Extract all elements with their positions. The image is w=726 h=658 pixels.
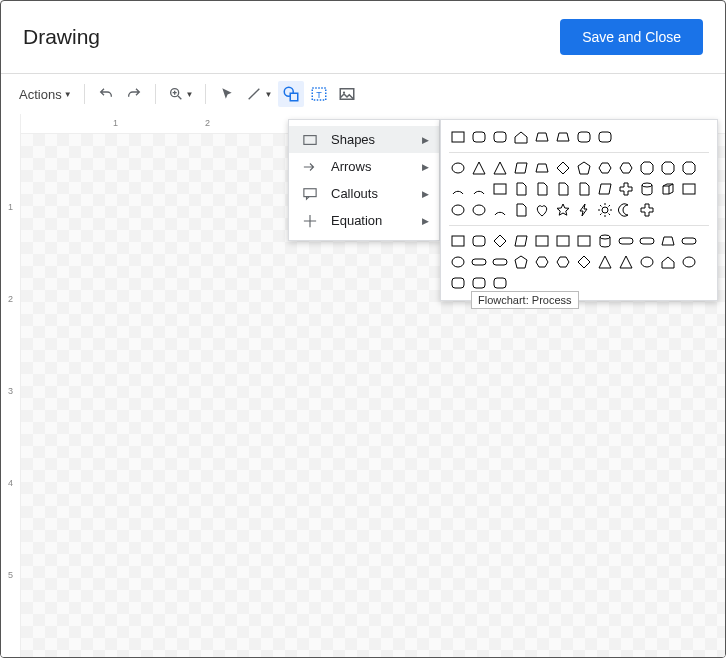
shape-option[interactable] — [554, 159, 572, 177]
shape-option[interactable] — [533, 128, 551, 146]
menu-item-equation[interactable]: Equation ▶ — [289, 207, 439, 234]
shape-option[interactable] — [533, 253, 551, 271]
shape-option[interactable] — [575, 201, 593, 219]
shape-option[interactable] — [596, 159, 614, 177]
shape-option[interactable] — [470, 274, 488, 292]
select-tool-button[interactable] — [214, 81, 240, 107]
shape-option[interactable] — [491, 232, 509, 250]
shape-option[interactable] — [491, 274, 509, 292]
shape-option[interactable] — [533, 232, 551, 250]
shape-option[interactable] — [596, 180, 614, 198]
svg-line-4 — [249, 89, 260, 100]
shape-option[interactable] — [512, 253, 530, 271]
shape-option[interactable] — [596, 128, 614, 146]
shape-option[interactable] — [554, 232, 572, 250]
shape-option[interactable] — [512, 180, 530, 198]
shape-option[interactable] — [512, 128, 530, 146]
shape-option[interactable] — [470, 201, 488, 219]
svg-rect-27 — [536, 236, 548, 246]
redo-button[interactable] — [121, 81, 147, 107]
shape-option[interactable] — [533, 201, 551, 219]
shape-option[interactable] — [533, 159, 551, 177]
shape-option[interactable] — [659, 253, 677, 271]
shape-option[interactable] — [491, 128, 509, 146]
shape-option[interactable] — [596, 253, 614, 271]
svg-point-20 — [642, 183, 652, 187]
ruler-tick: 5 — [1, 570, 20, 580]
shape-option[interactable] — [680, 180, 698, 198]
shape-option[interactable] — [533, 180, 551, 198]
shape-option[interactable] — [575, 253, 593, 271]
shape-option[interactable] — [638, 180, 656, 198]
redo-icon — [126, 86, 142, 102]
svg-rect-35 — [472, 259, 486, 265]
shape-option[interactable] — [596, 201, 614, 219]
shape-option[interactable] — [449, 159, 467, 177]
shape-option[interactable] — [491, 180, 509, 198]
menu-item-arrows[interactable]: Arrows ▶ — [289, 153, 439, 180]
shape-option[interactable] — [659, 180, 677, 198]
shape-option[interactable] — [617, 201, 635, 219]
shape-option[interactable] — [449, 128, 467, 146]
shape-tool-button[interactable] — [278, 81, 304, 107]
shape-option[interactable] — [470, 253, 488, 271]
shape-option[interactable] — [617, 232, 635, 250]
shape-option[interactable] — [617, 180, 635, 198]
undo-button[interactable] — [93, 81, 119, 107]
shape-option[interactable] — [575, 128, 593, 146]
shape-option[interactable] — [491, 201, 509, 219]
shape-option[interactable] — [470, 159, 488, 177]
menu-item-shapes[interactable]: Shapes ▶ — [289, 126, 439, 153]
svg-point-37 — [641, 257, 653, 267]
shape-option[interactable] — [470, 232, 488, 250]
shape-option[interactable] — [449, 201, 467, 219]
shape-option[interactable] — [449, 274, 467, 292]
line-tool-button[interactable]: ▼ — [242, 81, 276, 107]
shape-option[interactable] — [449, 253, 467, 271]
shape-option[interactable] — [491, 253, 509, 271]
shape-option[interactable] — [680, 159, 698, 177]
shape-option[interactable] — [449, 180, 467, 198]
shape-option[interactable] — [617, 159, 635, 177]
shape-option[interactable] — [638, 253, 656, 271]
save-and-close-button[interactable]: Save and Close — [560, 19, 703, 55]
shape-option[interactable] — [512, 232, 530, 250]
menu-item-callouts[interactable]: Callouts ▶ — [289, 180, 439, 207]
shape-option[interactable] — [659, 159, 677, 177]
line-icon — [246, 86, 262, 102]
shape-option[interactable] — [596, 232, 614, 250]
zoom-button[interactable]: ▼ — [164, 81, 198, 107]
svg-rect-32 — [640, 238, 654, 244]
shape-option[interactable] — [470, 180, 488, 198]
shape-option[interactable] — [680, 232, 698, 250]
shape-option[interactable] — [638, 232, 656, 250]
shape-option[interactable] — [554, 253, 572, 271]
shape-option[interactable] — [680, 253, 698, 271]
shape-option[interactable] — [554, 201, 572, 219]
shape-option[interactable] — [554, 180, 572, 198]
shape-option[interactable] — [575, 232, 593, 250]
shape-tooltip: Flowchart: Process — [471, 291, 579, 309]
shape-option[interactable] — [638, 159, 656, 177]
shape-option[interactable] — [575, 159, 593, 177]
actions-menu-button[interactable]: Actions ▼ — [15, 81, 76, 107]
dialog-header: Drawing Save and Close — [1, 1, 725, 74]
shape-option[interactable] — [449, 232, 467, 250]
textbox-tool-button[interactable]: T — [306, 81, 332, 107]
shape-option[interactable] — [554, 128, 572, 146]
svg-rect-12 — [304, 188, 316, 196]
ruler-tick: 3 — [1, 386, 20, 396]
image-tool-button[interactable] — [334, 81, 360, 107]
submenu-arrow-icon: ▶ — [422, 189, 429, 199]
shape-option[interactable] — [512, 201, 530, 219]
shape-option[interactable] — [491, 159, 509, 177]
shape-option[interactable] — [512, 159, 530, 177]
shape-option[interactable] — [638, 201, 656, 219]
menu-label: Shapes — [331, 132, 375, 147]
svg-rect-6 — [291, 93, 299, 101]
shape-option[interactable] — [575, 180, 593, 198]
shape-option[interactable] — [470, 128, 488, 146]
svg-rect-17 — [599, 132, 611, 142]
shape-option[interactable] — [659, 232, 677, 250]
shape-option[interactable] — [617, 253, 635, 271]
